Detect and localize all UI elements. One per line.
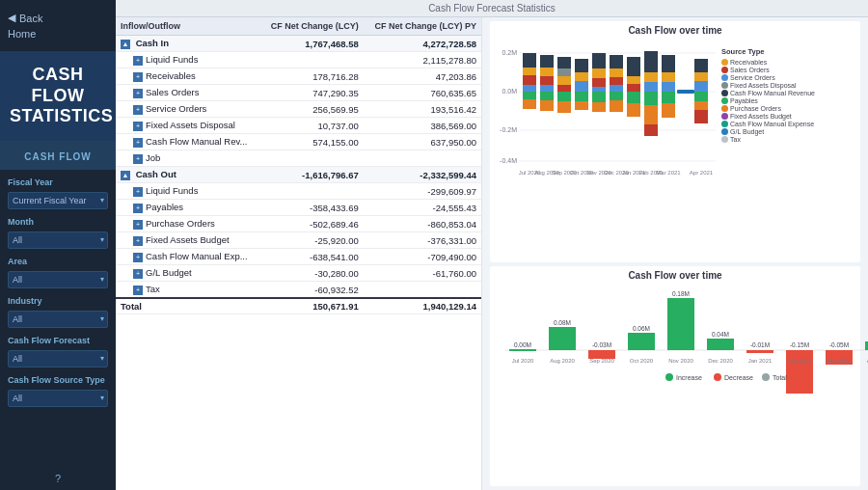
- svg-text:0.18M: 0.18M: [672, 290, 690, 297]
- legend-cf-manual-expense: Cash Flow Manual Expense: [721, 121, 818, 127]
- industry-select[interactable]: All: [8, 311, 108, 328]
- expand-icon[interactable]: +: [133, 236, 143, 246]
- row-value: 747,290.35: [260, 85, 364, 101]
- svg-rect-44: [627, 76, 640, 84]
- row-label: +Service Orders: [116, 101, 260, 118]
- row-value-py: 47,203.86: [364, 68, 481, 85]
- expand-icon[interactable]: +: [133, 286, 143, 295]
- table-row: +G/L Budget -30,280.00 -61,760.00: [116, 265, 481, 282]
- row-label: +Fixed Assets Budget: [116, 232, 260, 249]
- back-label: Back: [19, 13, 42, 24]
- fiscal-year-select[interactable]: Current Fiscal Year Last Fiscal Year: [8, 192, 108, 209]
- expand-icon[interactable]: +: [133, 253, 143, 262]
- content-header: Cash Flow Forecast Statistics: [116, 0, 868, 17]
- svg-text:-0.01M: -0.01M: [750, 341, 770, 348]
- area-select[interactable]: All: [8, 271, 108, 288]
- col-inflow: Inflow/Outflow: [116, 17, 260, 36]
- svg-rect-20: [557, 57, 571, 68]
- svg-rect-89: [746, 350, 773, 353]
- home-link[interactable]: Home: [0, 28, 43, 43]
- back-button[interactable]: ◀ Back: [0, 8, 50, 28]
- stacked-bar-chart-title: Cash Flow over time: [496, 25, 854, 36]
- svg-rect-63: [694, 92, 708, 101]
- expand-icon[interactable]: +: [133, 187, 143, 197]
- row-label: +Sales Orders: [116, 85, 260, 101]
- cash-out-label: ▲ Cash Out: [116, 167, 260, 183]
- cf-forecast-select-wrapper[interactable]: All: [8, 348, 108, 368]
- waterfall-chart: 0.00M 0.08M -0.03M 0.06M 0.18M 0.04: [496, 283, 868, 398]
- svg-rect-60: [694, 59, 708, 72]
- row-value: -502,689.46: [260, 216, 364, 232]
- month-select[interactable]: All: [8, 231, 108, 249]
- svg-text:-0.05M: -0.05M: [829, 341, 849, 348]
- expand-icon[interactable]: +: [133, 269, 143, 279]
- help-button[interactable]: ?: [47, 467, 68, 490]
- cf-forecast-select[interactable]: All: [8, 350, 108, 368]
- svg-rect-33: [592, 78, 606, 87]
- fiscal-year-select-wrapper[interactable]: Current Fiscal Year Last Fiscal Year: [8, 190, 108, 209]
- area-select-wrapper[interactable]: All: [8, 269, 108, 288]
- cash-in-expand[interactable]: ▲: [121, 40, 130, 49]
- expand-icon[interactable]: +: [133, 105, 143, 115]
- svg-rect-64: [694, 101, 708, 110]
- row-value-py: [364, 150, 481, 167]
- header-title: Cash Flow Forecast Statistics: [428, 3, 556, 14]
- svg-rect-45: [627, 84, 640, 92]
- legend-payables: Payables: [721, 97, 818, 104]
- svg-rect-15: [540, 68, 554, 76]
- row-label: +Payables: [116, 200, 260, 216]
- waterfall-chart-container: Cash Flow over time 0.00M 0.08M -0.03M: [490, 266, 860, 486]
- svg-text:Sep 2020: Sep 2020: [589, 358, 614, 364]
- nav-label: CASH FLOW: [24, 151, 92, 162]
- svg-rect-57: [662, 92, 675, 103]
- expand-icon[interactable]: +: [133, 56, 143, 66]
- content-area: Inflow/Outflow CF Net Change (LCY) CF Ne…: [116, 17, 868, 490]
- svg-rect-25: [557, 101, 571, 113]
- expand-icon[interactable]: +: [133, 220, 143, 230]
- cash-out-expand[interactable]: ▲: [121, 171, 130, 180]
- cf-source-select-wrapper[interactable]: All: [8, 388, 108, 407]
- svg-text:-0.2M: -0.2M: [500, 126, 517, 133]
- main-content: Cash Flow Forecast Statistics Inflow/Out…: [116, 0, 868, 490]
- svg-rect-9: [523, 68, 536, 75]
- charts-section: Cash Flow over time 0.2M 0.0M -0.2M -0.4…: [482, 17, 868, 490]
- filter-area: Area All: [8, 257, 108, 288]
- industry-select-wrapper[interactable]: All: [8, 309, 108, 328]
- svg-text:0.2M: 0.2M: [502, 49, 517, 56]
- table-row: +Cash Flow Manual Rev... 574,155.00 637,…: [116, 134, 481, 150]
- table-row: +Fixed Assets Budget -25,920.00 -376,331…: [116, 232, 481, 249]
- row-value-py: 386,569.00: [364, 118, 481, 134]
- svg-rect-51: [644, 92, 658, 105]
- row-value: 574,155.00: [260, 134, 364, 150]
- expand-icon[interactable]: +: [133, 154, 143, 164]
- svg-point-110: [665, 373, 673, 381]
- filter-month: Month All: [8, 217, 108, 249]
- cash-out-total: -1,616,796.67: [260, 167, 364, 183]
- row-label: +Liquid Funds: [116, 52, 260, 68]
- svg-rect-50: [644, 82, 658, 92]
- cf-source-select[interactable]: All: [8, 390, 108, 407]
- svg-rect-59: [677, 90, 694, 94]
- sidebar-nav[interactable]: CASH FLOW: [0, 141, 116, 170]
- month-select-wrapper[interactable]: All: [8, 230, 108, 249]
- svg-rect-77: [509, 349, 536, 351]
- stacked-bar-chart-container: Cash Flow over time 0.2M 0.0M -0.2M -0.4…: [490, 21, 860, 262]
- expand-icon[interactable]: +: [133, 72, 143, 82]
- back-icon: ◀: [8, 12, 15, 24]
- row-value: 10,737.00: [260, 118, 364, 134]
- legend-gl-budget: G/L Budget: [721, 128, 818, 135]
- svg-rect-48: [644, 51, 658, 72]
- expand-icon[interactable]: +: [133, 89, 143, 98]
- svg-text:-0.15M: -0.15M: [790, 341, 809, 348]
- row-value-py: -24,555.43: [364, 200, 481, 216]
- sidebar: ◀ Back Home CASH FLOW STATISTICS CASH FL…: [0, 0, 116, 490]
- expand-icon[interactable]: +: [133, 138, 143, 148]
- table-row: +Sales Orders 747,290.35 760,635.65: [116, 85, 481, 101]
- expand-icon[interactable]: +: [133, 122, 143, 131]
- expand-icon[interactable]: +: [133, 204, 143, 213]
- waterfall-chart-title: Cash Flow over time: [496, 270, 854, 281]
- svg-rect-62: [694, 81, 708, 92]
- svg-rect-22: [557, 76, 571, 85]
- svg-rect-34: [592, 87, 606, 92]
- svg-rect-91: [786, 350, 813, 394]
